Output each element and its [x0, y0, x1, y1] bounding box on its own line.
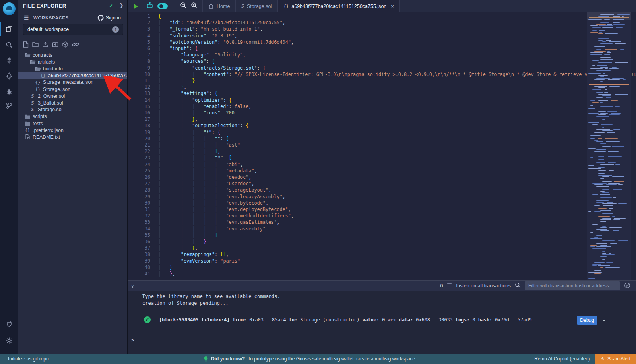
git-init-status[interactable]: Initialize as git repo [8, 356, 49, 362]
remix-logo-icon[interactable] [3, 2, 16, 15]
code-editor[interactable]: 1234567891011121314151617181920212223242… [128, 12, 636, 280]
tree-item-label: build-info [43, 66, 63, 72]
line-number: 36 [128, 238, 150, 245]
tree-item[interactable]: build-info [18, 65, 127, 72]
code-line: │ │ │ │ "content": "// SPDX-License-Iden… [158, 71, 613, 77]
line-number: 20 [128, 136, 150, 142]
code-line: │ │ │ }, [158, 116, 198, 122]
chevron-right-icon[interactable]: ❯ [119, 2, 124, 8]
status-right: RemixAI Copilot (enabled) ⚠ Scam Alert [534, 354, 636, 364]
new-file-icon[interactable] [23, 41, 29, 48]
tab-label: Home [217, 4, 230, 9]
close-tab-icon[interactable]: × [391, 3, 394, 9]
copilot-status[interactable]: RemixAI Copilot (enabled) [534, 356, 590, 362]
zoom-in-icon[interactable] [191, 2, 198, 10]
upload-file-icon[interactable] [42, 41, 48, 48]
line-number: 33 [128, 219, 150, 225]
copilot-toggle[interactable] [157, 3, 168, 9]
run-script-play-button[interactable] [134, 4, 138, 9]
tree-item-label: a69b43f277ba20fcac141151250ca7... [48, 73, 127, 78]
tab-label: Storage.sol [247, 4, 272, 9]
line-number: 25 [128, 168, 150, 174]
listen-checkbox[interactable] [447, 283, 452, 288]
tab-home[interactable]: Home [202, 0, 236, 12]
tree-item[interactable]: artifacts [18, 58, 127, 65]
tree-item[interactable]: S2_Owner.sol [18, 93, 127, 99]
check-icon[interactable]: ✓ [109, 2, 114, 9]
zoom-out-icon[interactable] [180, 2, 187, 10]
search-icon[interactable] [0, 39, 18, 51]
tree-item[interactable]: S3_Ballot.sol [18, 99, 127, 106]
activity-bar [0, 0, 18, 354]
folder-icon [24, 121, 31, 126]
folder-open-icon [24, 53, 31, 58]
tree-item[interactable]: {}Storage.json [18, 86, 127, 93]
sign-in-button[interactable]: Sign in [97, 15, 121, 21]
plugin-manager-icon[interactable] [0, 318, 18, 330]
line-number: 7 [128, 52, 150, 58]
settings-gear-icon[interactable] [0, 335, 18, 347]
code-line: │ │ │ "optimizer": { [158, 97, 232, 103]
file-explorer-icon[interactable] [0, 23, 18, 35]
git-branch-icon[interactable] [0, 100, 18, 112]
tree-item[interactable]: {}Storage_metadata.json [18, 79, 127, 86]
line-number: 28 [128, 187, 150, 193]
main-area: Home S Storage.sol {} a69b43f277ba20fcac… [128, 0, 636, 354]
folder-icon [24, 114, 31, 119]
link-icon[interactable] [72, 41, 79, 48]
tree-item-label: 3_Ballot.sol [38, 100, 63, 106]
tab-storage-sol[interactable]: S Storage.sol [236, 0, 278, 12]
json-file-icon: {} [283, 4, 289, 9]
tx-count-badge: 0 [440, 283, 443, 288]
json-icon: {} [24, 128, 31, 133]
expand-terminal-icon[interactable]: » [130, 285, 136, 287]
tree-item[interactable]: contracts [18, 52, 127, 58]
solidity-compiler-icon[interactable] [0, 54, 18, 66]
minimap[interactable] [587, 12, 631, 280]
tree-item-label: Storage_metadata.json [43, 79, 93, 85]
line-number: 16 [128, 110, 150, 116]
expand-tx-chevron-icon[interactable]: ⌄ [602, 316, 606, 322]
editor-tabbar: Home S Storage.sol {} a69b43f277ba20fcac… [128, 0, 636, 12]
scam-alert-button[interactable]: ⚠ Scam Alert [595, 354, 636, 364]
divider [172, 3, 172, 10]
line-number: 26 [128, 174, 150, 180]
tree-item[interactable]: SStorage.sol [18, 106, 127, 113]
tree-item[interactable]: {}.prettierrc.json [18, 127, 127, 134]
ai-robot-icon[interactable] [146, 2, 153, 11]
tree-item[interactable]: {}a69b43f277ba20fcac141151250ca7... [18, 72, 127, 79]
new-folder-icon[interactable] [32, 41, 39, 48]
transaction-row[interactable]: ✓ [block:5583405 txIndex:4] from: 0xa03.… [128, 316, 636, 326]
upload-folder-icon[interactable] [52, 41, 58, 48]
gutter-border [155, 12, 155, 280]
filter-transactions-input[interactable] [525, 281, 620, 290]
tree-item[interactable]: scripts [18, 113, 127, 120]
file-icon [24, 134, 31, 139]
code-line: │ │ │ │ │ ] [158, 232, 217, 238]
terminal-log-line: Type the library name to see available c… [142, 294, 280, 299]
terminal-panel: » 0 Listen on all transactions Type the … [128, 280, 636, 354]
solidity-icon: S [29, 93, 36, 99]
code-line: │ │ │ │ │ │ "evm.methodIdentifiers", [158, 213, 294, 219]
deploy-run-icon[interactable] [0, 70, 18, 82]
workspace-select[interactable]: default_workspace ⇕ [23, 24, 123, 35]
code-line: │ │ "sources": { [158, 58, 215, 64]
code-line: │ │ │ │ │ ], [158, 148, 220, 155]
terminal-header: » 0 Listen on all transactions [128, 281, 636, 291]
tree-item[interactable]: README.txt [18, 134, 127, 140]
code-line: │ │ │ "contracts/Storage.sol": { [158, 65, 266, 71]
code-line: │ │ │ │ │ │ "devdoc", [158, 174, 251, 180]
divider [142, 3, 142, 10]
hamburger-menu-icon[interactable]: ☰ [24, 15, 29, 21]
code-line: │ │ │ } [158, 77, 195, 84]
code-line: │ │ │ }, [158, 245, 198, 251]
debugger-icon[interactable] [0, 86, 18, 98]
debug-button[interactable]: Debug [577, 316, 597, 325]
folder-open-icon [29, 60, 36, 64]
code-line: │ "input": { [158, 45, 198, 52]
tab-build-info-json[interactable]: {} a69b43f277ba20fcac141151250ca755.json… [278, 0, 400, 12]
ipfs-cube-icon[interactable] [62, 41, 68, 48]
terminal-prompt[interactable]: > [131, 337, 134, 343]
tree-item[interactable]: tests [18, 120, 127, 127]
clear-console-icon[interactable] [624, 282, 630, 290]
